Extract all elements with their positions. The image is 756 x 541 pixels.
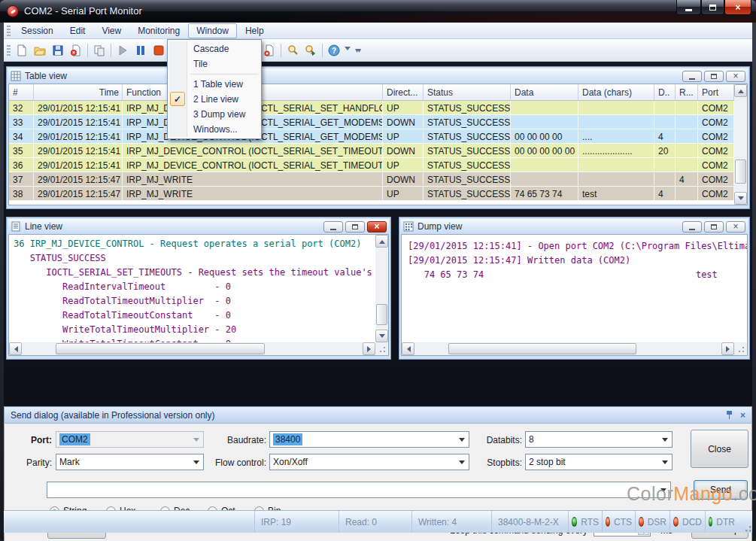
menu-item-line-view[interactable]: ✓ 2 Line view (168, 92, 261, 107)
line-view-title: Line view (25, 221, 62, 232)
menu-item-tile[interactable]: Tile (168, 56, 261, 71)
col-header[interactable]: Time (34, 84, 123, 101)
table-header-row[interactable]: # Time Function Direct... Status Data Da… (9, 84, 734, 101)
menu-window[interactable]: Window (188, 23, 237, 38)
window-resize-grip[interactable] (742, 522, 752, 533)
pause-monitoring-icon[interactable] (132, 41, 150, 59)
close-send-button[interactable]: Close (691, 430, 748, 468)
scroll-down-button[interactable] (734, 192, 747, 205)
col-header[interactable]: R... (676, 84, 698, 101)
scroll-right-button[interactable] (721, 342, 734, 355)
scroll-thumb[interactable] (448, 343, 636, 354)
baudrate-combo[interactable]: 38400 (269, 431, 469, 448)
menu-monitoring[interactable]: Monitoring (129, 23, 188, 38)
table-minimize-button[interactable] (682, 71, 702, 82)
col-header[interactable]: # (9, 84, 34, 101)
databits-combo[interactable]: 8 (525, 431, 673, 448)
line-vscrollbar[interactable] (375, 235, 388, 342)
menu-help[interactable]: Help (237, 23, 272, 38)
scroll-up-button[interactable] (734, 84, 747, 97)
help-dropdown-icon[interactable] (345, 47, 351, 53)
line-view-titlebar[interactable]: Line view × (8, 219, 389, 234)
resize-grip[interactable] (375, 342, 388, 355)
line-minimize-button[interactable] (323, 221, 343, 233)
copy-icon[interactable] (90, 41, 108, 59)
maximize-button[interactable] (701, 0, 724, 15)
close-button[interactable]: × (724, 0, 751, 15)
scroll-thumb[interactable] (376, 304, 387, 325)
dump-view-titlebar[interactable]: Dump view × (401, 219, 748, 234)
dump-hscrollbar[interactable] (402, 342, 734, 355)
close-session-icon[interactable] (67, 41, 85, 59)
table-row[interactable]: 3329/01/2015 12:15:41IRP_MJ_DEVICE_CONTR… (9, 115, 734, 129)
open-session-icon[interactable] (31, 41, 49, 59)
table-vscrollbar[interactable] (734, 84, 747, 205)
line-hscrollbar[interactable] (9, 342, 375, 355)
line-maximize-button[interactable] (345, 221, 365, 233)
dtr-led-icon (709, 517, 712, 527)
minimize-button[interactable] (676, 0, 701, 15)
menu-item-windows[interactable]: Windows... (168, 122, 261, 137)
col-header[interactable]: Status (424, 84, 511, 101)
menu-item-label: 3 Dump view (193, 109, 245, 120)
scroll-thumb[interactable] (735, 160, 746, 184)
col-header[interactable]: Data (511, 84, 578, 101)
start-monitoring-icon[interactable] (114, 41, 132, 59)
table-view-titlebar[interactable]: Table view × (8, 68, 748, 84)
table-close-button[interactable]: × (726, 71, 745, 82)
table-maximize-button[interactable] (704, 71, 724, 82)
dump-close-button[interactable]: × (726, 221, 745, 233)
menu-view[interactable]: View (93, 23, 129, 38)
table-row[interactable]: 3529/01/2015 12:15:41IRP_MJ_DEVICE_CONTR… (9, 144, 734, 158)
scroll-up-button[interactable] (375, 235, 388, 248)
scroll-down-button[interactable] (375, 330, 388, 342)
scroll-thumb[interactable] (56, 343, 265, 354)
toolbar-overflow-icon[interactable]: ▾▾ (355, 46, 360, 54)
send-button[interactable]: Send (694, 480, 748, 500)
menu-item-table-view[interactable]: 1 Table view (168, 77, 261, 92)
table-row[interactable]: 3829/01/2015 12:15:47IRP_MJ_WRITEUPSTATU… (9, 187, 734, 201)
flow-control-combo[interactable]: Xon/Xoff (269, 454, 469, 470)
scroll-left-button[interactable] (9, 342, 22, 355)
resize-grip[interactable] (734, 342, 747, 355)
menu-edit[interactable]: Edit (62, 23, 94, 38)
stop-monitoring-icon[interactable] (150, 41, 168, 59)
send-dialog-header[interactable]: Send dialog (available in Professional v… (5, 407, 751, 424)
table-row[interactable]: 3229/01/2015 12:15:41IRP_MJ_DEVICE_CONTR… (9, 101, 734, 115)
dump-maximize-button[interactable] (704, 221, 724, 233)
close-pane-icon[interactable]: × (740, 411, 745, 420)
table-row[interactable]: 3429/01/2015 12:15:41IRP_MJ_DEVICE_CONTR… (9, 129, 734, 144)
col-header[interactable]: D.. (654, 84, 676, 101)
save-session-icon[interactable] (49, 41, 67, 59)
toolbar: ? ▾▾ (4, 39, 752, 62)
line-close-button[interactable]: × (367, 221, 387, 233)
toolbar-grip[interactable] (7, 45, 11, 56)
menu-session[interactable]: Session (13, 23, 62, 38)
cell (511, 101, 578, 115)
col-header[interactable]: Port (698, 84, 734, 101)
parity-combo[interactable]: Mark (56, 454, 204, 470)
help-icon[interactable]: ? (325, 41, 343, 59)
col-header[interactable]: Data (chars) (578, 84, 654, 101)
line-view-body[interactable]: 36 IRP_MJ_DEVICE_CONTROL - Request opera… (8, 234, 389, 356)
menu-item-cascade[interactable]: Cascade (168, 41, 261, 56)
table-row[interactable]: 3729/01/2015 12:15:47IRP_MJ_WRITEDOWNSTA… (9, 172, 734, 187)
table-row[interactable]: 3629/01/2015 12:15:41IRP_MJ_DEVICE_CONTR… (9, 158, 734, 172)
send-data-input[interactable] (47, 482, 671, 498)
port-combo[interactable]: COM2 (56, 431, 204, 448)
menubar-grip[interactable] (7, 26, 11, 36)
dump-view-body[interactable]: [29/01/2015 12:15:41] - Open port COM2 (… (401, 234, 748, 356)
pin-icon[interactable] (726, 411, 733, 419)
cell: 37 (9, 172, 34, 187)
new-session-icon[interactable] (13, 41, 31, 59)
menu-item-dump-view[interactable]: 3 Dump view (168, 107, 261, 122)
stopbits-combo[interactable]: 2 stop bit (525, 454, 673, 470)
col-header[interactable]: Direct... (383, 84, 424, 101)
chevron-down-icon (193, 460, 199, 467)
find-icon[interactable] (284, 41, 302, 59)
find-next-icon[interactable] (302, 41, 320, 59)
dump-minimize-button[interactable] (682, 221, 702, 233)
clear-views-icon[interactable] (260, 41, 278, 59)
scroll-left-button[interactable] (402, 342, 414, 355)
scroll-right-button[interactable] (363, 342, 375, 355)
